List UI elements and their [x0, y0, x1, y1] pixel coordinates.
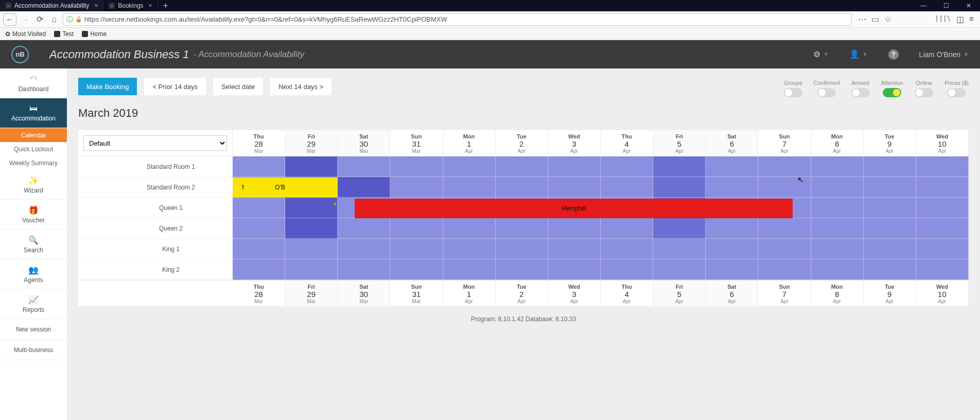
availability-cell[interactable] — [706, 218, 758, 239]
availability-cell[interactable] — [706, 177, 758, 198]
more-icon[interactable]: ⋯ — [858, 14, 866, 24]
menu-icon[interactable]: ≡ — [969, 14, 974, 24]
address-bar[interactable]: ⓘ 🔒 https://secure.netbookings.com.au/te… — [63, 13, 852, 26]
sidebar-item-multi-business[interactable]: Multi-business — [0, 340, 67, 360]
availability-cell[interactable] — [285, 239, 338, 259]
bookmark-test[interactable]: Test — [54, 30, 74, 38]
sidebar-item-agents[interactable]: 👥Agents — [0, 259, 67, 289]
availability-cell[interactable] — [811, 239, 864, 259]
prior-14-button[interactable]: < Prior 14 days — [144, 78, 206, 95]
close-icon[interactable]: × — [149, 2, 152, 9]
home-button[interactable]: ⌂ — [48, 14, 60, 25]
toggle-switch[interactable] — [915, 88, 933, 97]
sidebar-item-new-session[interactable]: New session — [0, 319, 67, 340]
availability-cell[interactable] — [390, 239, 443, 259]
sidebar-item-dashboard[interactable]: ◠Dashboard — [0, 68, 67, 98]
make-booking-button[interactable]: Make Booking — [78, 78, 137, 95]
availability-cell[interactable] — [758, 177, 811, 198]
availability-cell[interactable] — [443, 239, 496, 259]
sidebar-sub-quick-lockout[interactable]: Quick Lockout — [0, 142, 67, 156]
availability-cell[interactable] — [548, 218, 601, 239]
availability-cell[interactable] — [758, 156, 811, 177]
user-menu[interactable]: Liam O'Brien▼ — [919, 50, 969, 59]
booking-hemphill[interactable]: Hemphill — [355, 199, 793, 218]
availability-cell[interactable] — [758, 218, 811, 239]
reload-button[interactable]: ⟳ — [34, 14, 45, 25]
availability-cell[interactable] — [496, 239, 548, 259]
help-button[interactable]: ? — [888, 49, 899, 60]
toggle-prices[interactable]: Prices ($) — [944, 80, 969, 97]
availability-cell[interactable] — [443, 259, 496, 280]
availability-cell[interactable] — [285, 218, 338, 239]
toggle-arrived[interactable]: Arrived — [851, 80, 870, 97]
availability-cell[interactable] — [601, 259, 653, 280]
availability-cell[interactable] — [233, 218, 285, 239]
availability-cell[interactable] — [864, 177, 916, 198]
availability-cell[interactable] — [443, 156, 496, 177]
availability-cell[interactable] — [233, 198, 285, 218]
availability-cell[interactable] — [285, 156, 338, 177]
availability-cell[interactable] — [390, 218, 443, 239]
availability-cell[interactable] — [864, 218, 916, 239]
toggle-switch[interactable] — [883, 88, 901, 97]
availability-cell[interactable] — [548, 259, 601, 280]
availability-cell[interactable] — [496, 218, 548, 239]
availability-cell[interactable] — [653, 239, 706, 259]
availability-cell[interactable] — [443, 177, 496, 198]
toggle-attention[interactable]: Attention — [881, 80, 903, 97]
availability-cell[interactable] — [653, 259, 706, 280]
back-button[interactable]: ← — [3, 13, 16, 26]
bookmark-most-visited[interactable]: ✿Most Visited — [5, 30, 46, 38]
availability-cell[interactable] — [916, 239, 969, 259]
maximize-icon[interactable]: ☐ — [935, 0, 957, 11]
browser-tab-1[interactable]: n Accommodation Availability × — [0, 0, 103, 11]
availability-cell[interactable] — [758, 259, 811, 280]
availability-cell[interactable] — [548, 156, 601, 177]
availability-cell[interactable] — [706, 239, 758, 259]
availability-cell[interactable] — [390, 259, 443, 280]
availability-cell[interactable] — [706, 156, 758, 177]
reader-icon[interactable]: ▭ — [871, 14, 879, 24]
sidebar-icon[interactable]: ◫ — [956, 14, 964, 24]
availability-cell[interactable] — [338, 239, 390, 259]
availability-cell[interactable] — [233, 259, 285, 280]
availability-cell[interactable] — [811, 156, 864, 177]
bookmark-home[interactable]: Home — [82, 30, 107, 38]
availability-cell[interactable] — [496, 259, 548, 280]
availability-cell[interactable] — [706, 259, 758, 280]
browser-tab-2[interactable]: n Bookings × — [103, 0, 157, 11]
new-tab-button[interactable]: + — [158, 0, 173, 11]
settings-menu[interactable]: ⚙▼ — [813, 49, 829, 59]
availability-cell[interactable] — [811, 259, 864, 280]
availability-cell[interactable] — [601, 156, 653, 177]
toggle-groups[interactable]: Groups — [784, 80, 802, 97]
sidebar-item-accommodation[interactable]: 🛏Accommodation — [0, 98, 67, 128]
availability-cell[interactable] — [916, 156, 969, 177]
sidebar-item-wizard[interactable]: ✨Wizard — [0, 170, 67, 200]
booking-obrien-ext[interactable] — [285, 178, 338, 197]
availability-cell[interactable] — [811, 218, 864, 239]
availability-cell[interactable] — [653, 177, 706, 198]
availability-cell[interactable] — [548, 239, 601, 259]
sidebar-sub-weekly-summary[interactable]: Weekly Summary — [0, 156, 67, 170]
availability-cell[interactable] — [916, 198, 969, 218]
availability-cell[interactable] — [496, 177, 548, 198]
toggle-confirmed[interactable]: Confirmed — [814, 80, 840, 97]
availability-cell[interactable] — [916, 177, 969, 198]
availability-cell[interactable] — [285, 198, 338, 218]
close-window-icon[interactable]: ✕ — [957, 0, 980, 11]
availability-cell[interactable] — [916, 218, 969, 239]
toggle-switch[interactable] — [947, 88, 966, 97]
availability-cell[interactable] — [548, 177, 601, 198]
availability-cell[interactable] — [338, 259, 390, 280]
room-filter-select[interactable]: Default — [83, 135, 227, 151]
profile-menu[interactable]: 👤▼ — [849, 49, 868, 59]
minimize-icon[interactable]: — — [912, 0, 935, 11]
availability-cell[interactable] — [390, 177, 443, 198]
availability-cell[interactable] — [233, 239, 285, 259]
availability-cell[interactable] — [864, 239, 916, 259]
availability-cell[interactable] — [338, 218, 390, 239]
select-date-button[interactable]: Select date — [213, 78, 263, 95]
availability-cell[interactable] — [496, 156, 548, 177]
availability-cell[interactable] — [758, 239, 811, 259]
